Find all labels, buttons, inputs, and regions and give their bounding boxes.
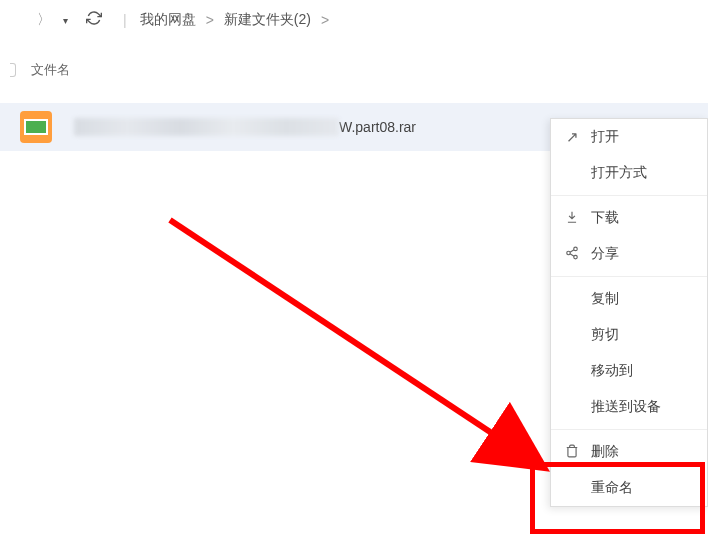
svg-point-2 <box>574 255 578 259</box>
archive-file-icon <box>20 111 52 143</box>
column-header-row: 文件名 <box>0 55 708 85</box>
menu-download[interactable]: 下载 <box>551 200 707 236</box>
refresh-icon[interactable] <box>78 10 110 30</box>
forward-arrow-icon[interactable]: 〉 <box>35 11 53 29</box>
breadcrumb-separator-icon: > <box>206 12 214 28</box>
context-menu: ↗ 打开 打开方式 下载 分享 复制 剪切 移动到 推送到设备 <box>550 118 708 507</box>
breadcrumb-root[interactable]: 我的网盘 <box>140 11 196 29</box>
menu-copy-label: 复制 <box>591 290 619 308</box>
menu-copy[interactable]: 复制 <box>551 281 707 317</box>
toolbar-divider: | <box>115 12 135 28</box>
menu-share[interactable]: 分享 <box>551 236 707 272</box>
menu-rename[interactable]: 重命名 <box>551 470 707 506</box>
share-icon <box>563 246 581 263</box>
svg-point-0 <box>574 247 578 251</box>
menu-push-to-device[interactable]: 推送到设备 <box>551 389 707 425</box>
menu-rename-label: 重命名 <box>591 479 633 497</box>
menu-open[interactable]: ↗ 打开 <box>551 119 707 155</box>
file-name: W.part08.rar <box>74 118 416 136</box>
menu-separator <box>551 195 707 196</box>
open-icon: ↗ <box>563 128 581 146</box>
breadcrumb-folder[interactable]: 新建文件夹(2) <box>224 11 311 29</box>
menu-open-label: 打开 <box>591 128 619 146</box>
menu-separator <box>551 276 707 277</box>
svg-point-1 <box>567 251 571 255</box>
delete-icon <box>563 444 581 461</box>
menu-cut-label: 剪切 <box>591 326 619 344</box>
select-all-checkbox[interactable] <box>10 63 16 77</box>
menu-cut[interactable]: 剪切 <box>551 317 707 353</box>
column-name-header[interactable]: 文件名 <box>31 61 70 79</box>
blurred-filename-part <box>74 118 339 136</box>
menu-move-to[interactable]: 移动到 <box>551 353 707 389</box>
menu-separator <box>551 429 707 430</box>
file-name-suffix: W.part08.rar <box>339 119 416 135</box>
menu-move-to-label: 移动到 <box>591 362 633 380</box>
menu-push-to-device-label: 推送到设备 <box>591 398 661 416</box>
annotation-arrow <box>160 210 580 500</box>
breadcrumb-separator-icon: > <box>321 12 329 28</box>
download-icon <box>563 210 581 227</box>
svg-line-4 <box>170 220 540 465</box>
menu-delete[interactable]: 删除 <box>551 434 707 470</box>
dropdown-arrow-icon[interactable]: ▾ <box>58 15 73 26</box>
toolbar: 〉 ▾ | 我的网盘 > 新建文件夹(2) > <box>0 0 708 40</box>
menu-share-label: 分享 <box>591 245 619 263</box>
breadcrumb: 我的网盘 > 新建文件夹(2) > <box>140 11 330 29</box>
menu-open-with-label: 打开方式 <box>591 164 647 182</box>
menu-delete-label: 删除 <box>591 443 619 461</box>
menu-open-with[interactable]: 打开方式 <box>551 155 707 191</box>
menu-download-label: 下载 <box>591 209 619 227</box>
